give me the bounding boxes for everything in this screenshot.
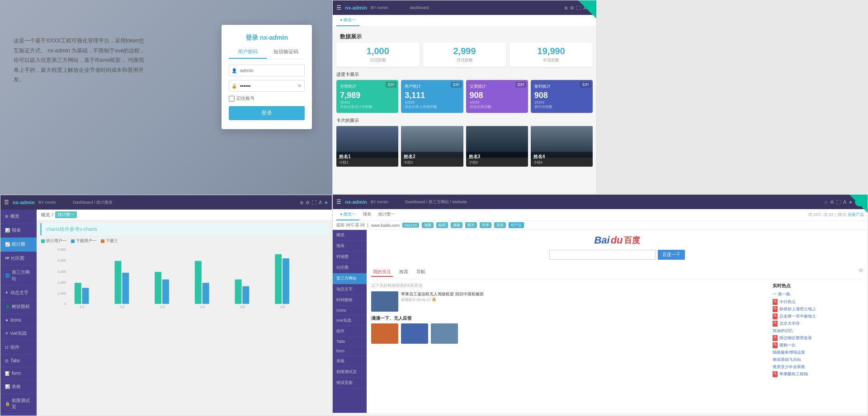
- third-sidebar-map[interactable]: 村镇图: [333, 252, 367, 262]
- password-input[interactable]: [229, 80, 305, 92]
- tab-password[interactable]: 用户密码: [229, 48, 267, 59]
- sidebar-dynamic[interactable]: ✦动态文字: [0, 286, 37, 300]
- charts-settings-icon[interactable]: ⚙: [306, 200, 310, 205]
- dashboard-tabs: ● 概览一: [333, 15, 596, 27]
- third-hamburger[interactable]: ☰: [336, 199, 341, 205]
- charts-font-icon[interactable]: A: [319, 200, 322, 205]
- third-sidebar-overview[interactable]: 概览: [333, 230, 367, 241]
- third-sidebar-dynamic[interactable]: 动态文字: [333, 284, 367, 295]
- weather-tag-1[interactable]: hao123: [402, 223, 419, 228]
- second-news-title: 满满一下、无人应答: [371, 315, 768, 322]
- card-blue-num: 3,111: [405, 91, 459, 100]
- third-tab-main[interactable]: ● 概览一: [336, 209, 359, 220]
- weather-tag-4[interactable]: 视频: [451, 222, 462, 228]
- weather-tag-8[interactable]: 经产品: [509, 222, 524, 228]
- legend-item-1: 统计用户一: [41, 238, 66, 244]
- login-button[interactable]: 登录: [229, 106, 305, 120]
- sidebar-reports[interactable]: 📊报表: [0, 224, 37, 238]
- settings-icon[interactable]: ⚙: [570, 5, 574, 10]
- charts-fullscreen-icon[interactable]: ⛶: [312, 200, 316, 205]
- sidebar-icons[interactable]: ★Icons: [0, 314, 37, 327]
- third-fullscreen-icon[interactable]: ⛶: [836, 200, 841, 205]
- sidebar-charts[interactable]: 📈统计图: [0, 238, 37, 252]
- tab-sms[interactable]: 短信验证码: [267, 48, 305, 59]
- charts-star-icon[interactable]: ★: [324, 200, 328, 205]
- breadcrumb-tag: 统计图一: [55, 211, 77, 218]
- weather-tag-6[interactable]: 学术: [480, 222, 491, 228]
- third-sidebar-reports[interactable]: 报表: [333, 241, 367, 252]
- baidu-content-area: Bai du 百度 百度一下 我的关注 推荐 导航 ⚙: [367, 230, 868, 413]
- card-purple-badge: 实时: [515, 82, 526, 88]
- sidebar-tabs[interactable]: ⊟Tabs: [0, 355, 37, 367]
- breadcrumb-home: 概览: [41, 212, 50, 218]
- third-font-icon[interactable]: A: [843, 200, 846, 205]
- third-sidebar-perm[interactable]: 权限测试页: [333, 367, 367, 378]
- sidebar-error[interactable]: ⚠错误页面: [0, 414, 37, 416]
- weather-tag-5[interactable]: 图片: [465, 222, 477, 228]
- hot-item-2: 热 标签炒上涨吧土地上: [773, 306, 863, 312]
- charts-breadcrumb: Dashboard / 统计图表: [73, 200, 113, 206]
- third-sidebar-table[interactable]: 表格: [333, 356, 367, 367]
- sidebar-vue[interactable]: ✕vue实战: [0, 327, 37, 341]
- sidebar-table[interactable]: 📊表格: [0, 380, 37, 394]
- hot-text-7: 团购一比: [779, 342, 796, 348]
- bar-4-1: [195, 261, 202, 304]
- baidu-tab-nav[interactable]: 导航: [415, 268, 427, 277]
- sidebar-comp[interactable]: ⊡组件: [0, 341, 37, 355]
- charts-link[interactable]: charts组件参考v-charts: [46, 226, 97, 232]
- charts-github-icon[interactable]: ⊕: [300, 200, 303, 205]
- weather-tag-7[interactable]: 登录: [494, 222, 506, 228]
- bar-chart-svg: 5,000 4,000 3,000 2,000 1,000 0: [41, 246, 327, 309]
- weather-tag-3[interactable]: 贴吧: [436, 222, 448, 228]
- hot-nav-one[interactable]: 一 换一换: [773, 291, 790, 297]
- news-text-1: 苹果员工逼迫联无人驾驶机密 回归中国初被抓: [401, 291, 484, 297]
- svg-text:0: 0: [64, 302, 66, 306]
- baidu-search-button[interactable]: 百度一下: [658, 250, 685, 260]
- third-tab-charts[interactable]: 统计图一: [375, 209, 398, 220]
- third-sidebar-icons[interactable]: Icons: [333, 306, 367, 315]
- charts-body: ⊞概览 📊报表 📈统计图 🗺社区图 🌐第三方网站 ✦动态文字 🌲树状图框 ★Ic…: [0, 210, 332, 416]
- remember-checkbox[interactable]: [229, 96, 235, 102]
- sidebar-third[interactable]: 🌐第三方网站: [0, 266, 37, 286]
- tab-main[interactable]: ● 概览一: [336, 15, 359, 26]
- card-purple-sub1: 10222: [470, 100, 524, 104]
- third-teal-icon[interactable]: ◇: [824, 200, 828, 205]
- username-input[interactable]: [229, 65, 305, 76]
- github-icon[interactable]: ⊕: [564, 5, 568, 10]
- weather-tag-2[interactable]: 地图: [422, 222, 434, 228]
- charts-hamburger[interactable]: ☰: [4, 199, 9, 206]
- baidu-settings-icon[interactable]: ⚙: [859, 268, 863, 277]
- hot-badge-3: 热: [773, 313, 778, 319]
- card-darkblue-sub1: 10222: [534, 100, 589, 104]
- third-tab-reports[interactable]: 报表: [359, 209, 375, 220]
- sidebar-perm[interactable]: 🔒权限测试页: [0, 394, 37, 414]
- sidebar-form[interactable]: 📝form: [0, 367, 37, 380]
- baidu-tab-follow[interactable]: 我的关注: [371, 268, 393, 277]
- third-sidebar-form[interactable]: form: [333, 346, 367, 356]
- third-breadcrumb: Dashboard / 第三方网站 / Website: [405, 199, 467, 205]
- third-body: 概览 报表 村镇图 社区图 第三方网站 动态文字 时钟图框 Icons vue实…: [333, 230, 868, 413]
- sidebar-map[interactable]: 🗺社区图: [0, 252, 37, 266]
- hot-title: 实时热点: [773, 283, 863, 289]
- third-sidebar-tree[interactable]: 时钟图框: [333, 295, 367, 306]
- login-tabs: 用户密码 短信验证码: [229, 48, 305, 59]
- third-sidebar-tabs[interactable]: Tabs: [333, 337, 367, 346]
- third-sidebar-vue[interactable]: vue实战: [333, 315, 367, 326]
- hot-item-1: 热 今日热点: [773, 299, 863, 305]
- hamburger-icon[interactable]: ☰: [336, 5, 341, 11]
- card-purple-sub2: 历史记录仍数: [470, 104, 524, 109]
- third-sidebar-community[interactable]: 社区图: [333, 262, 367, 273]
- legend-label-3: 下载三: [106, 238, 118, 244]
- baidu-logo: Bai du 百度: [594, 234, 640, 246]
- eye-icon[interactable]: 👁: [297, 84, 302, 89]
- sidebar-overview[interactable]: ⊞概览: [0, 210, 37, 224]
- third-sidebar-comp[interactable]: 组件: [333, 326, 367, 337]
- baidu-search-input[interactable]: [549, 250, 656, 260]
- sidebar-tree[interactable]: 🌲树状图框: [0, 300, 37, 314]
- baidu-tab-recommend[interactable]: 推荐: [397, 268, 410, 277]
- third-sidebar-third[interactable]: 第三方网站: [333, 273, 367, 284]
- person-cards: 姓名1 小括1 姓名2 小括2 姓名3 小括3: [336, 126, 593, 167]
- action-link[interactable]: 撤消: [838, 212, 846, 218]
- third-sidebar-error[interactable]: 错误页面: [333, 378, 367, 388]
- third-settings-icon[interactable]: ⚙: [830, 200, 834, 205]
